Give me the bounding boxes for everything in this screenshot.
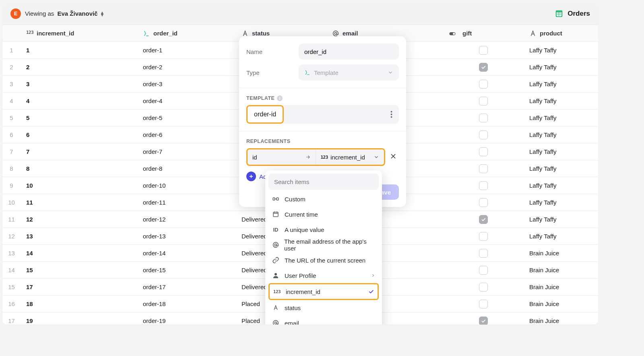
dropdown-item-label: increment_id [286, 288, 320, 295]
dropdown-item-label: The URL of the current screen [285, 257, 365, 264]
cell-order: order-8 [137, 160, 236, 177]
cell-increment: 7 [21, 143, 137, 160]
gift-checkbox[interactable] [479, 164, 488, 173]
cell-gift[interactable] [443, 110, 524, 126]
cell-product: Laffy Taffy [524, 76, 598, 92]
cell-product: Laffy Taffy [524, 177, 598, 194]
A-icon [272, 304, 280, 311]
viewing-as[interactable]: E Viewing as Eva Živanovič ▲▼ [10, 8, 104, 19]
gift-checkbox[interactable] [479, 198, 488, 207]
row-number: 1 [2, 42, 21, 58]
col-order[interactable]: order_id [137, 25, 236, 41]
gift-checkbox[interactable] [479, 300, 488, 308]
cell-gift[interactable] [443, 279, 524, 295]
dropdown-item-label: Custom [285, 196, 305, 203]
dropdown-item[interactable]: The URL of the current screen [268, 253, 379, 268]
cell-product: Laffy Taffy [524, 228, 598, 244]
cell-gift[interactable] [443, 194, 524, 211]
gift-checkbox[interactable] [479, 283, 488, 292]
cell-gift[interactable] [443, 177, 524, 194]
gift-checkbox[interactable] [479, 97, 488, 106]
dropdown-item[interactable]: 123 increment_id [268, 283, 379, 300]
dropdown-item-label: User Profile [285, 272, 316, 279]
row-number: 14 [2, 262, 21, 278]
gift-checkbox[interactable] [479, 130, 488, 139]
row-number: 4 [2, 93, 21, 109]
dropdown-item[interactable]: The email address of the app's user [268, 237, 379, 253]
cell-gift[interactable] [443, 143, 524, 160]
cell-increment: 8 [21, 160, 137, 177]
row-number: 8 [2, 160, 21, 177]
gift-checkbox[interactable] [479, 215, 488, 224]
col-gift[interactable]: gift [443, 25, 524, 41]
svg-point-16 [275, 273, 277, 275]
cell-gift[interactable] [443, 126, 524, 143]
gift-checkbox[interactable] [479, 249, 488, 258]
replacement-key[interactable]: id [248, 149, 316, 165]
col-product[interactable]: product [524, 25, 598, 41]
col-increment[interactable]: 123 increment_id [21, 25, 137, 41]
cell-gift[interactable] [443, 76, 524, 92]
dropdown-item[interactable]: Custom [268, 191, 379, 207]
cell-gift[interactable] [443, 245, 524, 261]
gift-checkbox[interactable] [479, 147, 488, 156]
gift-checkbox[interactable] [479, 114, 488, 122]
cell-gift[interactable] [443, 160, 524, 177]
cell-order: order-14 [137, 245, 236, 261]
at-icon [272, 241, 279, 248]
gift-checkbox[interactable] [479, 46, 488, 55]
cell-gift[interactable] [443, 262, 524, 278]
dropdown-item-label: The email address of the app's user [284, 238, 376, 252]
cell-gift[interactable] [443, 93, 524, 109]
cell-gift[interactable] [443, 59, 524, 75]
cell-gift[interactable] [443, 211, 524, 228]
gift-checkbox[interactable] [479, 232, 488, 241]
cell-order: order-3 [137, 76, 236, 92]
cell-increment: 11 [21, 194, 137, 211]
cell-product: Laffy Taffy [524, 211, 598, 228]
cell-gift[interactable] [443, 296, 524, 312]
gift-checkbox[interactable] [479, 181, 488, 190]
svg-point-6 [334, 32, 336, 34]
dropdown-item[interactable]: status [268, 300, 379, 315]
cell-increment: 13 [21, 228, 137, 244]
plus-icon [246, 172, 256, 181]
dropdown-item[interactable]: Current time [268, 207, 379, 222]
template-chip[interactable]: order-id [246, 105, 284, 124]
svg-point-15 [275, 244, 277, 246]
time-icon [272, 211, 280, 218]
name-input[interactable] [299, 43, 399, 60]
cell-product: Brain Juice [524, 262, 598, 278]
cell-increment: 3 [21, 76, 137, 92]
remove-replacement-button[interactable] [389, 152, 399, 162]
cell-gift[interactable] [443, 42, 524, 58]
svg-rect-13 [277, 198, 279, 200]
gift-checkbox[interactable] [479, 317, 488, 325]
row-number: 11 [2, 211, 21, 228]
kebab-icon[interactable] [384, 111, 399, 118]
cell-order: order-12 [137, 211, 236, 228]
table-icon [555, 9, 564, 18]
type-label: Type [246, 69, 299, 76]
cell-increment: 19 [21, 313, 137, 325]
cell-gift[interactable] [443, 228, 524, 244]
dropdown-item[interactable]: ID A unique value [268, 222, 379, 237]
text-icon [242, 30, 249, 37]
dropdown-search-input[interactable] [268, 174, 379, 190]
123-icon: 123 [273, 289, 281, 294]
replacement-value[interactable]: 123 increment_id [316, 149, 384, 165]
at-icon [332, 30, 339, 37]
template-input-row[interactable]: order-id [246, 105, 399, 124]
cell-product: Laffy Taffy [524, 93, 598, 109]
dropdown-item[interactable]: email [268, 315, 379, 325]
type-select[interactable]: Template [299, 64, 399, 81]
dropdown-item[interactable]: User Profile [268, 268, 379, 283]
gift-checkbox[interactable] [479, 63, 488, 72]
user-icon [272, 272, 280, 279]
info-icon[interactable]: i [277, 95, 283, 101]
cell-gift[interactable] [443, 313, 524, 325]
cell-product: Laffy Taffy [524, 59, 598, 75]
gift-checkbox[interactable] [479, 266, 488, 275]
gift-checkbox[interactable] [479, 80, 488, 89]
row-number: 9 [2, 177, 21, 194]
